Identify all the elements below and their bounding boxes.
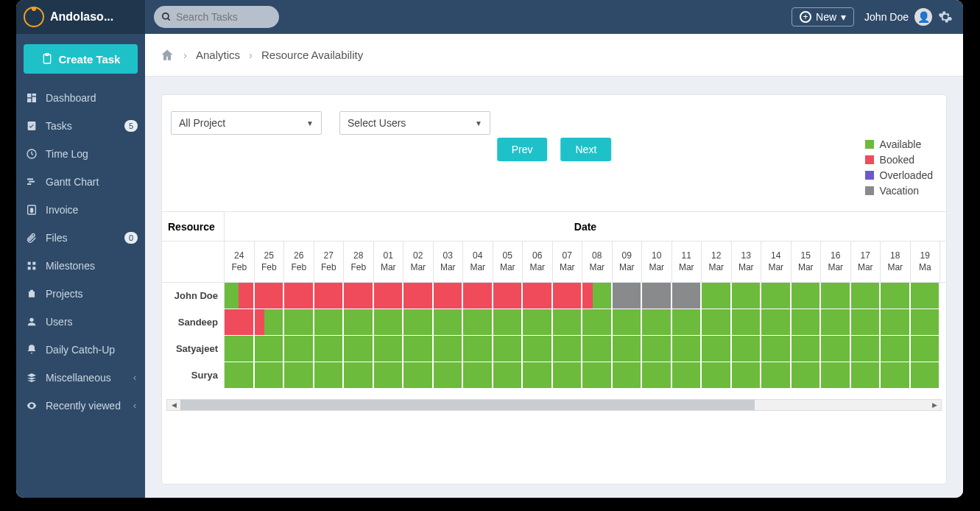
sidebar-item-time-log[interactable]: Time Log	[16, 140, 145, 168]
availability-cell	[553, 336, 583, 362]
dashboard-icon	[25, 91, 38, 105]
svg-rect-6	[32, 97, 36, 102]
home-icon[interactable]	[160, 48, 175, 63]
breadcrumb: › Analytics › Resource Availability	[145, 34, 963, 77]
availability-cell	[225, 336, 255, 362]
availability-cell	[344, 309, 374, 335]
logo-icon	[24, 7, 44, 27]
user-chip[interactable]: John Doe 👤	[864, 8, 932, 26]
new-button[interactable]: + New ▾	[792, 7, 854, 27]
availability-cell	[911, 283, 941, 309]
availability-cell	[821, 309, 851, 335]
date-header-cell: 12Mar	[702, 242, 732, 282]
chevron-right-icon: ›	[183, 49, 187, 61]
availability-cell	[613, 283, 643, 309]
sidebar-item-users[interactable]: Users	[16, 308, 145, 336]
sidebar-item-miscellaneous[interactable]: Miscellaneous‹	[16, 364, 145, 392]
sidebar-item-invoice[interactable]: $Invoice	[16, 196, 145, 224]
scroll-left-arrow[interactable]: ◀	[169, 400, 179, 410]
prev-button[interactable]: Prev	[497, 138, 548, 161]
availability-cell	[255, 309, 285, 335]
search-icon	[161, 12, 172, 22]
scroll-right-arrow[interactable]: ▶	[929, 400, 940, 410]
availability-cell	[821, 283, 851, 309]
availability-cell	[761, 283, 792, 309]
availability-cell	[851, 309, 881, 335]
availability-cell	[255, 362, 285, 388]
chevron-left-icon: ‹	[133, 373, 136, 383]
breadcrumb-page: Resource Availability	[261, 49, 363, 61]
svg-rect-7	[27, 99, 31, 102]
date-header: Date	[225, 212, 946, 241]
date-header-cell: 03Mar	[434, 242, 464, 282]
create-task-label: Create Task	[59, 53, 121, 66]
sidebar-badge: 5	[124, 120, 138, 132]
date-header-cell: 10Mar	[642, 242, 672, 282]
availability-cell	[314, 336, 345, 362]
date-header-cell: 02Mar	[403, 242, 434, 282]
availability-cell	[374, 283, 404, 309]
users-select[interactable]: Select Users ▼	[339, 111, 490, 135]
resource-row: John Doe	[162, 283, 946, 309]
availability-cell	[851, 283, 881, 309]
availability-cell	[255, 336, 285, 362]
availability-cell	[642, 283, 672, 309]
date-header-cell: 08Mar	[582, 242, 613, 282]
date-header-cell: 17Mar	[851, 242, 881, 282]
date-header-cell: 26Feb	[284, 242, 314, 282]
availability-cell	[374, 362, 404, 388]
svg-rect-10	[27, 178, 33, 180]
date-header-cell: 13Mar	[732, 242, 762, 282]
resource-name: Satyajeet	[162, 336, 225, 362]
availability-cell	[523, 362, 553, 388]
availability-cell	[434, 283, 464, 309]
availability-cell	[851, 362, 881, 388]
bell-icon	[25, 343, 38, 356]
horizontal-scrollbar[interactable]: ◀ ▶	[166, 399, 942, 411]
sidebar-item-files[interactable]: Files0	[16, 224, 145, 252]
user-name: John Doe	[864, 11, 909, 23]
availability-cell	[403, 309, 434, 335]
resource-name: Sandeep	[162, 309, 225, 335]
sidebar-item-milestones[interactable]: Milestones	[16, 252, 145, 280]
availability-cell	[642, 309, 672, 335]
sidebar-item-projects[interactable]: Projects	[16, 280, 145, 308]
projects-icon	[25, 287, 38, 300]
availability-cell	[284, 283, 314, 309]
availability-cell	[493, 283, 524, 309]
date-header-cell: 24Feb	[225, 242, 255, 282]
date-header-cell: 01Mar	[374, 242, 404, 282]
availability-cell	[523, 336, 553, 362]
availability-cell	[702, 362, 732, 388]
availability-cell	[284, 362, 314, 388]
resource-row: Satyajeet	[162, 336, 946, 362]
availability-cell	[881, 309, 911, 335]
sidebar-item-recently-viewed[interactable]: Recently viewed‹	[16, 392, 145, 420]
sidebar-item-tasks[interactable]: Tasks5	[16, 112, 145, 140]
breadcrumb-analytics[interactable]: Analytics	[196, 49, 240, 61]
search-box[interactable]	[154, 6, 279, 28]
legend-label: Available	[880, 138, 922, 150]
gantt-icon	[25, 175, 38, 188]
availability-cell	[434, 362, 464, 388]
sidebar-item-label: Recently viewed	[46, 400, 121, 412]
date-header-cell: 28Feb	[344, 242, 374, 282]
availability-cell	[493, 309, 524, 335]
availability-cell	[702, 336, 732, 362]
svg-point-19	[29, 318, 33, 322]
availability-cell	[881, 362, 911, 388]
availability-cell	[732, 362, 762, 388]
create-task-button[interactable]: Create Task	[24, 44, 138, 74]
date-header-cell: 18Mar	[881, 242, 911, 282]
sidebar-item-daily-catch-up[interactable]: Daily Catch-Up	[16, 336, 145, 364]
availability-cell	[761, 309, 792, 335]
next-button[interactable]: Next	[561, 138, 612, 161]
gear-icon[interactable]	[938, 10, 953, 24]
scroll-thumb[interactable]	[180, 400, 755, 410]
project-select[interactable]: All Project ▼	[171, 111, 322, 135]
svg-rect-17	[28, 267, 31, 269]
availability-cell	[344, 336, 374, 362]
search-input[interactable]	[176, 11, 272, 23]
sidebar-item-gantt-chart[interactable]: Gantt Chart	[16, 168, 145, 196]
sidebar-item-dashboard[interactable]: Dashboard	[16, 84, 145, 112]
